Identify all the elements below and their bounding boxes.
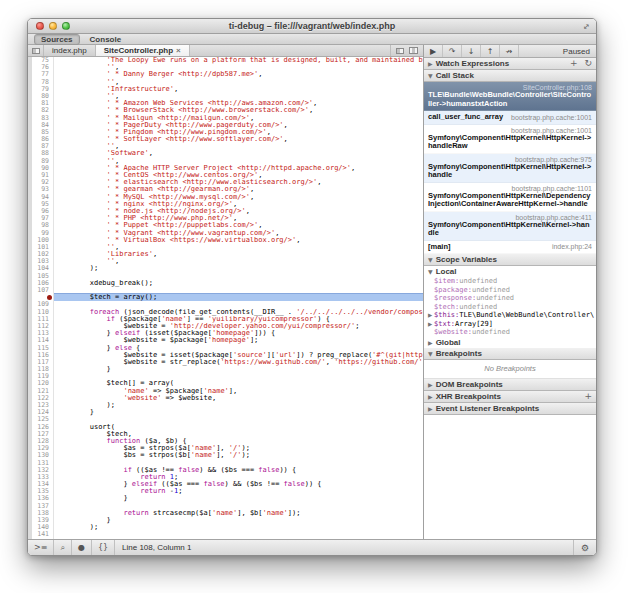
code-line[interactable]: 137: [28, 503, 423, 510]
code-line[interactable]: 141: [28, 531, 423, 538]
code-line[interactable]: 121 'name' => $package['name'],: [28, 388, 423, 395]
code-line[interactable]: 125: [28, 416, 423, 423]
breakpoints-header[interactable]: ▼ Breakpoints: [424, 348, 596, 360]
code-line[interactable]: 84 ' * PagerDuty <http://www.pagerduty.c…: [28, 122, 423, 129]
code-line[interactable]: 102 'Libraries',: [28, 251, 423, 258]
code-line[interactable]: 117 $website = str_replace('https://www.…: [28, 359, 423, 366]
code-line[interactable]: 82 ' * BrowserStack <http://www.browsers…: [28, 107, 423, 114]
code-line[interactable]: 105: [28, 273, 423, 280]
dom-breakpoints-header[interactable]: ▶ DOM Breakpoints: [424, 379, 596, 391]
code-line[interactable]: 83 ' * Mailgun <http://mailgun.com/>',: [28, 115, 423, 122]
code-line[interactable]: 104 );: [28, 265, 423, 272]
code-line[interactable]: 111 if ($package['name'] == 'yuilibrary/…: [28, 316, 423, 323]
code-line[interactable]: 81 ' * Amazon Web Services <http://aws.a…: [28, 100, 423, 107]
code-line[interactable]: 90 ' * Apache HTTP Server Project <http:…: [28, 165, 423, 172]
watch-expressions-header[interactable]: ▶ Watch Expressions + ↻: [424, 58, 596, 70]
code-line[interactable]: 106 xdebug_break();: [28, 280, 423, 287]
line-number[interactable]: 141: [28, 531, 54, 538]
code-line[interactable]: 123 );: [28, 402, 423, 409]
code-line[interactable]: 80 '',: [28, 93, 423, 100]
code-line[interactable]: 124 }: [28, 409, 423, 416]
code-line[interactable]: 109: [28, 301, 423, 308]
code-line[interactable]: 110 foreach (json_decode(file_get_conten…: [28, 309, 423, 316]
code-line[interactable]: 122 'website' => $website,: [28, 395, 423, 402]
scope-local-group[interactable]: ▼ Local: [424, 266, 596, 277]
call-stack-frame[interactable]: bootstrap.php.cache:975Symfony\Component…: [424, 154, 596, 183]
xhr-breakpoints-header[interactable]: ▶ XHR Breakpoints +: [424, 391, 596, 403]
line-number[interactable]: 107: [28, 287, 54, 294]
code-line[interactable]: 91 ' * CentOS <http://www.centos.org/>',: [28, 172, 423, 179]
code-line[interactable]: 130 $bs = strpos($b['name'], '/');: [28, 452, 423, 459]
code-line[interactable]: 78 '',: [28, 79, 423, 86]
code-line[interactable]: 76 '',: [28, 64, 423, 71]
scope-variables-header[interactable]: ▼ Scope Variables: [424, 254, 596, 266]
code-line[interactable]: 103 '',: [28, 258, 423, 265]
show-navigator-icon[interactable]: [28, 45, 44, 56]
zoom-window-icon[interactable]: [62, 22, 70, 30]
record-icon[interactable]: ●: [72, 540, 92, 555]
code-line[interactable]: 131: [28, 460, 423, 467]
code-line[interactable]: 138 return strcasecmp($a['name'], $b['na…: [28, 510, 423, 517]
code-line[interactable]: 140 );: [28, 524, 423, 531]
code-line[interactable]: 126 usort(: [28, 424, 423, 431]
scope-variable[interactable]: ▶$txt: Array[29]: [424, 320, 596, 329]
code-line[interactable]: 85 ' * Pingdom <http://www.pingdom.com/>…: [28, 129, 423, 136]
code-area[interactable]: 75 'The Loopy Ewe runs on a platform tha…: [28, 57, 423, 539]
step-over-icon[interactable]: ↷: [443, 45, 462, 57]
code-line[interactable]: 96 ' * node.js <http://nodejs.org/>',: [28, 208, 423, 215]
refresh-watch-icon[interactable]: ↻: [584, 59, 592, 68]
code-line[interactable]: 115 } else {: [28, 345, 423, 352]
code-line[interactable]: 127 $tech,: [28, 431, 423, 438]
code-line[interactable]: 94 ' * MySQL <http://www.mysql.com/>',: [28, 194, 423, 201]
call-stack-frame[interactable]: bootstrap.php.cache:1001Symfony\Componen…: [424, 125, 596, 154]
call-stack-frame[interactable]: call_user_func_arraybootstrap.php.cache:…: [424, 111, 596, 125]
code-line[interactable]: 113 } elseif (isset($package['homepage']…: [28, 330, 423, 337]
search-icon[interactable]: ⌕: [54, 540, 71, 555]
file-tab-index-php[interactable]: index.php: [44, 45, 96, 56]
step-into-icon[interactable]: ↓: [462, 45, 481, 57]
code-line[interactable]: 118 }: [28, 366, 423, 373]
tab-sources[interactable]: Sources: [34, 34, 80, 45]
code-line[interactable]: 101 '',: [28, 244, 423, 251]
close-window-icon[interactable]: [36, 22, 44, 30]
code-line[interactable]: 100 ' * VirtualBox <https://www.virtualb…: [28, 237, 423, 244]
minimize-window-icon[interactable]: [49, 22, 57, 30]
code-line[interactable]: 97 ' * PHP <http://www.php.net/>',: [28, 215, 423, 222]
step-out-icon[interactable]: ↑: [481, 45, 500, 57]
code-line[interactable]: 128 function ($a, $b) {: [28, 438, 423, 445]
code-line[interactable]: 89 '',: [28, 158, 423, 165]
pretty-print-icon[interactable]: {}: [92, 540, 115, 555]
code-line[interactable]: 136 }: [28, 495, 423, 502]
code-line[interactable]: 133 return 1;: [28, 474, 423, 481]
code-line[interactable]: 92 ' * elasticsearch <http://www.elastic…: [28, 179, 423, 186]
code-line[interactable]: 119: [28, 373, 423, 380]
code-line[interactable]: 79 'Infrastructure',: [28, 86, 423, 93]
call-stack-frame[interactable]: SiteController.php:108TLE\Bundle\WebBund…: [424, 82, 596, 111]
code-line[interactable]: 112 $website = 'http://developer.yahoo.c…: [28, 323, 423, 330]
code-line[interactable]: 93 ' * gearman <http://gearman.org/>',: [28, 186, 423, 193]
add-watch-icon[interactable]: +: [570, 59, 578, 68]
code-line[interactable]: 120 $tech[] = array(: [28, 380, 423, 387]
console-drawer-icon[interactable]: >≡: [28, 540, 54, 555]
code-line[interactable]: 75 'The Loopy Ewe runs on a platform tha…: [28, 57, 423, 64]
code-line[interactable]: 132 if (($as !== false) && ($bs === fals…: [28, 467, 423, 474]
code-line[interactable]: 95 ' * nginx <http://nginx.org/>',: [28, 201, 423, 208]
file-tab-sitecontroller-php[interactable]: SiteController.php ×: [96, 45, 190, 56]
code-line[interactable]: 87 '',: [28, 143, 423, 150]
disable-breakpoints-icon[interactable]: ↛: [500, 45, 519, 57]
call-stack-frame[interactable]: [main]index.php:24: [424, 241, 596, 255]
scope-global-group[interactable]: ▶ Global: [424, 337, 596, 348]
call-stack-header[interactable]: ▼ Call Stack: [424, 70, 596, 82]
gear-icon[interactable]: ⚙: [573, 540, 596, 555]
close-tab-icon[interactable]: ×: [176, 46, 181, 55]
code-line[interactable]: 77 ' * Danny Berger <http://dpb587.me>',: [28, 71, 423, 78]
call-stack-frame[interactable]: bootstrap.php.cache:411Symfony\Component…: [424, 212, 596, 241]
code-line[interactable]: 86 ' * SoftLayer <http://www.softlayer.c…: [28, 136, 423, 143]
code-line[interactable]: 116 $website = isset($package['source'][…: [28, 352, 423, 359]
code-line[interactable]: 88 'Software',: [28, 150, 423, 157]
title-bar[interactable]: ti-debug – file:///vagrant/web/index.php…: [28, 19, 596, 34]
resume-icon[interactable]: ▶: [424, 45, 443, 57]
resize-icon[interactable]: ↔: [581, 20, 592, 31]
code-line[interactable]: 139 }: [28, 517, 423, 524]
split-view-icon[interactable]: [409, 47, 418, 54]
